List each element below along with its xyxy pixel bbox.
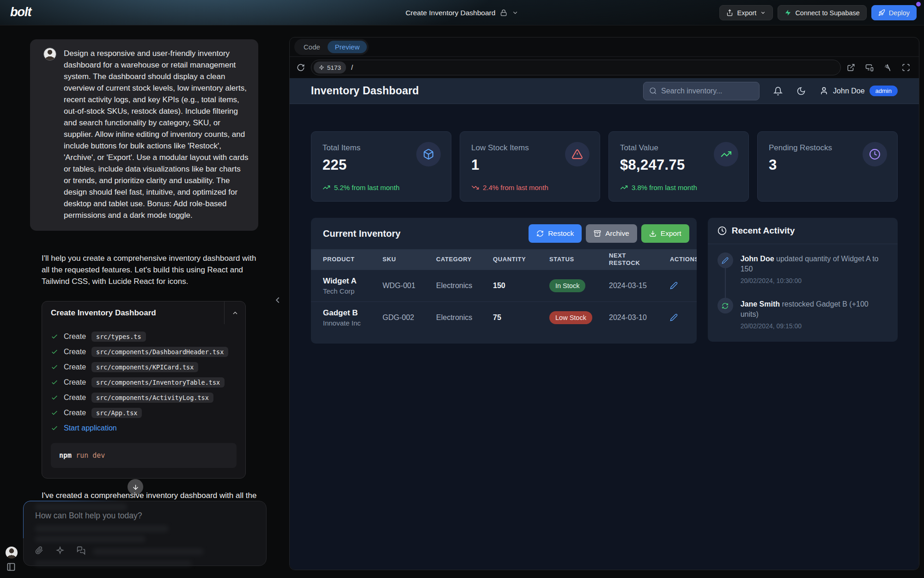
file-path[interactable]: src/components/InventoryTable.tsx: [91, 377, 225, 387]
file-path[interactable]: src/types.ts: [91, 332, 146, 342]
recent-activity-panel: Recent Activity John Doe updated quantit…: [708, 218, 898, 342]
dark-mode-toggle-icon[interactable]: [796, 86, 806, 96]
col-next-restock: NEXT RESTOCK: [609, 249, 670, 270]
sidebar-toggle-icon[interactable]: [6, 562, 16, 572]
role-badge: admin: [869, 86, 898, 96]
chevron-down-icon: [760, 10, 766, 16]
archive-button[interactable]: Archive: [586, 224, 637, 243]
col-status: STATUS: [549, 249, 609, 270]
col-actions: ACTIONS: [670, 249, 697, 270]
activity-title: Recent Activity: [732, 226, 795, 236]
user-avatar: [43, 48, 56, 61]
app-preview: Inventory Dashboard John Doe admin Total…: [290, 78, 919, 570]
user-menu[interactable]: John Doe admin: [820, 86, 898, 96]
assistant-partial-message: I've created a comprehensive inventory d…: [42, 491, 256, 500]
project-title-group[interactable]: Create Inventory Dashboard: [406, 0, 519, 25]
chat-input[interactable]: [35, 509, 248, 523]
archive-icon: [594, 230, 601, 237]
sparkles-icon[interactable]: [56, 546, 64, 555]
col-sku: SKU: [383, 249, 436, 270]
supabase-bolt-icon: [784, 9, 791, 16]
assistant-message: I'll help you create a comprehensive inv…: [42, 252, 258, 287]
bell-icon[interactable]: [773, 86, 783, 96]
bolt-logo[interactable]: bolt: [10, 5, 31, 19]
activity-user: John Doe: [741, 255, 774, 263]
dashboard-header: Inventory Dashboard John Doe admin: [290, 78, 919, 104]
file-path[interactable]: src/components/KPICard.tsx: [91, 362, 198, 372]
product-supplier: Innovate Inc: [323, 319, 379, 327]
refresh-icon: [717, 298, 733, 314]
view-switcher: Code Preview: [294, 39, 369, 55]
tab-preview[interactable]: Preview: [328, 41, 367, 53]
start-application-step[interactable]: Start application: [51, 420, 237, 436]
chat-input-toolbar: [35, 546, 85, 555]
kpi-card-total-value: Total Value $8,247.75 3.8% from last mon…: [608, 131, 749, 202]
col-category: CATEGORY: [436, 249, 493, 270]
kpi-card-total-items: Total Items 225 5.2% from last month: [311, 131, 451, 202]
col-product: PRODUCT: [311, 249, 383, 270]
kpi-card-pending-restocks: Pending Restocks 3: [757, 131, 898, 202]
deploy-button[interactable]: Deploy: [871, 5, 917, 20]
trending-up-icon: [714, 142, 738, 166]
check-icon: [51, 348, 58, 356]
browser-url-bar: 5173 /: [290, 56, 919, 78]
tab-code[interactable]: Code: [296, 41, 328, 53]
lock-icon: [500, 9, 507, 16]
product-name: Widget A: [323, 277, 379, 286]
plan-card: Create Inventory Dashboard Createsrc/typ…: [42, 301, 246, 479]
attach-icon[interactable]: [35, 546, 43, 555]
blurred-text: [35, 525, 169, 532]
col-quantity: QUANTITY: [493, 249, 549, 270]
terminal-command: npm run dev: [51, 443, 237, 468]
preview-controls: [847, 63, 912, 72]
activity-time: 20/02/2024, 09:15:00: [741, 322, 888, 330]
inspector-cursor-icon[interactable]: [884, 63, 892, 72]
trending-up-icon: [322, 184, 330, 191]
file-path[interactable]: src/components/ActivityLog.tsx: [91, 393, 213, 403]
file-path[interactable]: src/components/DashboardHeader.tsx: [91, 347, 228, 357]
pencil-icon: [717, 252, 733, 268]
export-csv-button[interactable]: Export: [641, 224, 689, 243]
edit-icon[interactable]: [670, 314, 688, 321]
restock-button[interactable]: Restock: [529, 224, 582, 243]
open-external-icon[interactable]: [847, 63, 855, 72]
edit-icon[interactable]: [670, 282, 688, 289]
fullscreen-icon[interactable]: [902, 63, 910, 72]
next-restock-date: 2024-03-10: [609, 301, 670, 333]
plan-title: Create Inventory Dashboard: [42, 301, 224, 324]
file-path[interactable]: src/App.tsx: [91, 408, 142, 418]
trending-down-icon: [471, 184, 479, 191]
port-badge[interactable]: 5173: [314, 61, 346, 74]
editor-tabs-row: Code Preview: [290, 37, 919, 56]
notification-dot: [916, 2, 921, 6]
trending-up-icon: [620, 184, 628, 191]
search-input[interactable]: [661, 87, 757, 95]
package-icon: [416, 142, 441, 166]
dashboard-title: Inventory Dashboard: [311, 85, 419, 97]
collapse-chat-chevron[interactable]: [273, 295, 283, 305]
url-field[interactable]: 5173 /: [311, 60, 841, 75]
user-prompt-text: Design a responsive and user-friendly in…: [64, 48, 249, 221]
blurred-text: [35, 536, 146, 542]
blurred-text: [93, 548, 204, 555]
chevron-down-icon[interactable]: [511, 9, 518, 16]
responsive-devices-icon[interactable]: [865, 63, 874, 72]
chat-input-box[interactable]: [23, 501, 267, 566]
inventory-panel: Current Inventory Restock Archive: [311, 218, 697, 344]
chat-mode-icon[interactable]: [77, 546, 85, 555]
inventory-search[interactable]: [643, 82, 760, 100]
product-sku: WDG-001: [383, 270, 436, 301]
preview-window: Code Preview 5173 / Inventory Dashboard: [289, 37, 919, 570]
export-button[interactable]: Export: [719, 5, 773, 20]
search-icon: [649, 87, 657, 95]
top-bar: bolt Create Inventory Dashboard Export C…: [0, 0, 924, 25]
file-step: Createsrc/types.ts: [51, 329, 237, 344]
file-step: Createsrc/components/DashboardHeader.tsx: [51, 344, 237, 359]
check-icon: [51, 394, 58, 401]
collapse-plan-button[interactable]: [224, 301, 245, 324]
connect-supabase-button[interactable]: Connect to Supabase: [778, 5, 866, 20]
refresh-icon[interactable]: [297, 63, 305, 72]
kpi-row: Total Items 225 5.2% from last month Low…: [311, 131, 898, 202]
download-icon: [649, 230, 657, 237]
account-avatar[interactable]: [6, 547, 18, 559]
